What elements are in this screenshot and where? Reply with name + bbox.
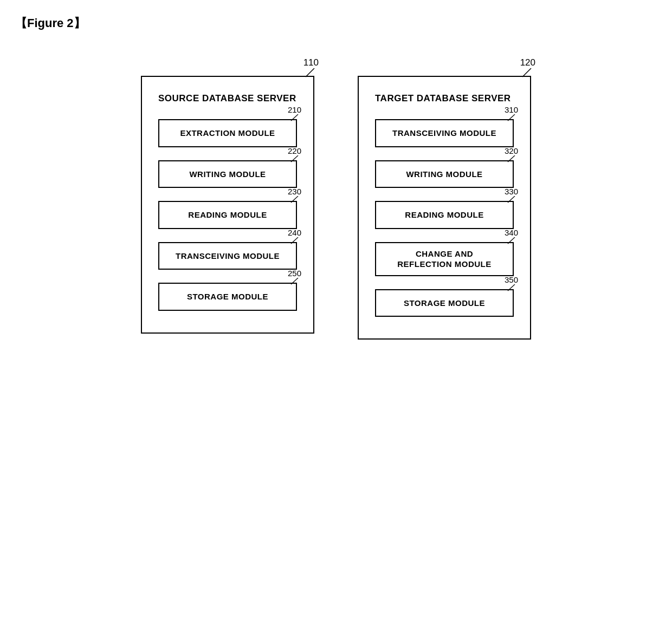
svg-line-4 bbox=[291, 237, 298, 244]
svg-line-9 bbox=[508, 196, 515, 203]
module-320-wrapper: 320 WRITING MODULE bbox=[375, 160, 514, 188]
module-310-wrapper: 310 TRANSCEIVING MODULE bbox=[375, 119, 514, 147]
module-310-box: TRANSCEIVING MODULE bbox=[375, 119, 514, 147]
svg-line-8 bbox=[508, 155, 515, 162]
svg-line-7 bbox=[508, 114, 515, 121]
svg-line-0 bbox=[306, 68, 314, 77]
module-220-ref: 220 bbox=[288, 146, 301, 155]
module-340-wrapper: 340 CHANGE ANDREFLECTION MODULE bbox=[375, 242, 514, 276]
svg-line-2 bbox=[291, 155, 298, 162]
module-240-box: TRANSCEIVING MODULE bbox=[158, 242, 297, 270]
module-240-ref: 240 bbox=[288, 228, 301, 237]
module-320-ref: 320 bbox=[505, 146, 518, 155]
module-250-ref: 250 bbox=[288, 269, 301, 278]
module-250-box: STORAGE MODULE bbox=[158, 283, 297, 311]
module-230-wrapper: 230 READING MODULE bbox=[158, 201, 297, 229]
module-210-wrapper: 210 EXTRACTION MODULE bbox=[158, 119, 297, 147]
target-server-box: 120 TARGET DATABASE SERVER 310 TRANSCEIV… bbox=[358, 76, 531, 340]
module-230-box: READING MODULE bbox=[158, 201, 297, 229]
svg-line-10 bbox=[508, 237, 515, 244]
svg-line-5 bbox=[291, 278, 298, 284]
module-210-ref: 210 bbox=[288, 105, 301, 114]
module-220-wrapper: 220 WRITING MODULE bbox=[158, 160, 297, 188]
module-250-wrapper: 250 STORAGE MODULE bbox=[158, 283, 297, 311]
module-350-wrapper: 350 STORAGE MODULE bbox=[375, 289, 514, 317]
svg-line-1 bbox=[291, 114, 298, 121]
source-server-box: 110 SOURCE DATABASE SERVER 210 EXTRACTIO… bbox=[141, 76, 314, 334]
svg-line-6 bbox=[522, 68, 531, 77]
module-330-ref: 330 bbox=[505, 187, 518, 196]
module-220-box: WRITING MODULE bbox=[158, 160, 297, 188]
module-320-box: WRITING MODULE bbox=[375, 160, 514, 188]
svg-line-11 bbox=[508, 284, 515, 291]
figure-label: 【Figure 2】 bbox=[15, 15, 86, 31]
svg-line-3 bbox=[291, 196, 298, 203]
module-350-ref: 350 bbox=[505, 275, 518, 284]
diagram-container: 110 SOURCE DATABASE SERVER 210 EXTRACTIO… bbox=[0, 54, 672, 639]
module-340-ref: 340 bbox=[505, 228, 518, 237]
module-330-wrapper: 330 READING MODULE bbox=[375, 201, 514, 229]
module-330-box: READING MODULE bbox=[375, 201, 514, 229]
target-server-title: TARGET DATABASE SERVER bbox=[375, 93, 514, 104]
module-310-ref: 310 bbox=[505, 105, 518, 114]
module-240-wrapper: 240 TRANSCEIVING MODULE bbox=[158, 242, 297, 270]
source-server-ref: 110 bbox=[303, 57, 319, 68]
module-230-ref: 230 bbox=[288, 187, 301, 196]
source-server-title: SOURCE DATABASE SERVER bbox=[158, 93, 297, 104]
module-210-box: EXTRACTION MODULE bbox=[158, 119, 297, 147]
target-server-ref: 120 bbox=[520, 57, 535, 68]
module-350-box: STORAGE MODULE bbox=[375, 289, 514, 317]
module-340-box: CHANGE ANDREFLECTION MODULE bbox=[375, 242, 514, 276]
